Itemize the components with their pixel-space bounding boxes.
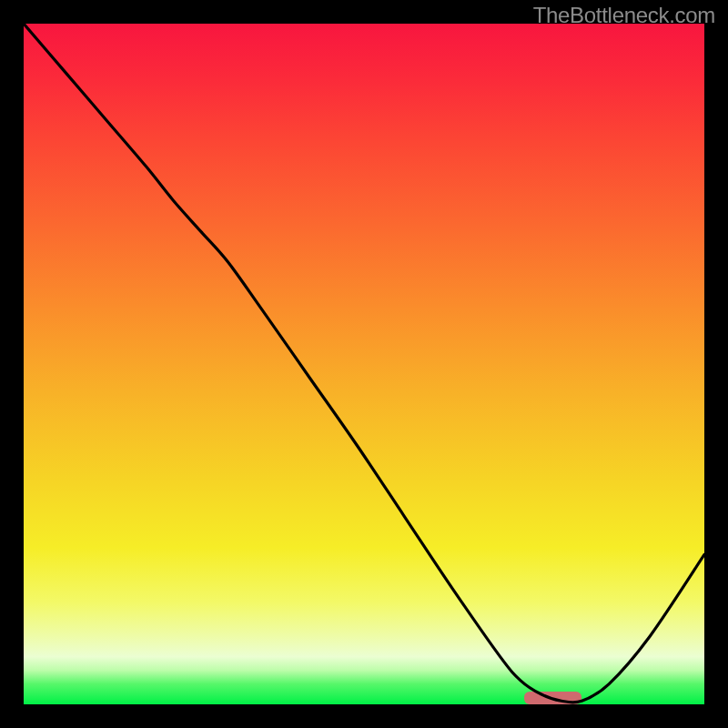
plot-area — [24, 24, 704, 704]
chart-frame: TheBottleneck.com — [0, 0, 728, 728]
bottleneck-curve — [24, 24, 704, 704]
